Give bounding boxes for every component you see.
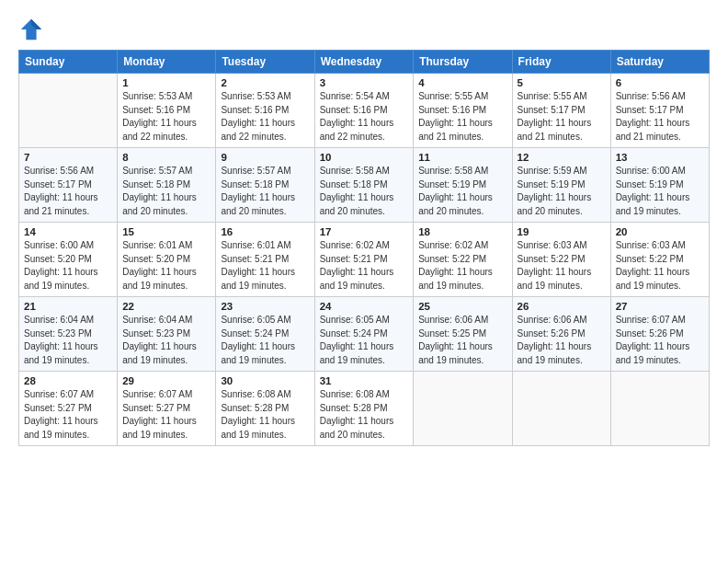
day-number: 25	[418, 301, 506, 312]
calendar-cell	[414, 372, 512, 446]
day-info: Sunrise: 6:08 AM Sunset: 5:28 PM Dayligh…	[320, 388, 409, 442]
calendar-cell: 30Sunrise: 6:08 AM Sunset: 5:28 PM Dayli…	[216, 372, 314, 446]
calendar-cell: 22Sunrise: 6:04 AM Sunset: 5:23 PM Dayli…	[118, 297, 216, 372]
calendar-cell: 29Sunrise: 6:07 AM Sunset: 5:27 PM Dayli…	[118, 372, 216, 446]
calendar-cell: 2Sunrise: 5:53 AM Sunset: 5:16 PM Daylig…	[216, 74, 314, 148]
calendar-cell: 27Sunrise: 6:07 AM Sunset: 5:26 PM Dayli…	[610, 297, 709, 372]
day-info: Sunrise: 5:55 AM Sunset: 5:16 PM Dayligh…	[418, 90, 506, 144]
logo	[18, 17, 48, 42]
calendar-cell: 6Sunrise: 5:56 AM Sunset: 5:17 PM Daylig…	[610, 74, 709, 148]
calendar-cell: 26Sunrise: 6:06 AM Sunset: 5:26 PM Dayli…	[512, 297, 610, 372]
calendar-cell: 14Sunrise: 6:00 AM Sunset: 5:20 PM Dayli…	[19, 223, 118, 297]
calendar-week-row: 7Sunrise: 5:56 AM Sunset: 5:17 PM Daylig…	[19, 148, 710, 223]
day-info: Sunrise: 5:55 AM Sunset: 5:17 PM Dayligh…	[518, 90, 606, 144]
day-info: Sunrise: 6:03 AM Sunset: 5:22 PM Dayligh…	[518, 239, 606, 293]
day-number: 11	[418, 152, 506, 163]
calendar-cell: 16Sunrise: 6:01 AM Sunset: 5:21 PM Dayli…	[216, 223, 314, 297]
day-number: 12	[518, 152, 606, 163]
day-info: Sunrise: 6:03 AM Sunset: 5:22 PM Dayligh…	[616, 239, 704, 293]
calendar-cell: 4Sunrise: 5:55 AM Sunset: 5:16 PM Daylig…	[414, 74, 512, 148]
day-number: 2	[221, 77, 309, 88]
calendar-cell: 8Sunrise: 5:57 AM Sunset: 5:18 PM Daylig…	[118, 148, 216, 223]
day-info: Sunrise: 6:02 AM Sunset: 5:21 PM Dayligh…	[320, 239, 409, 293]
calendar-cell: 18Sunrise: 6:02 AM Sunset: 5:22 PM Dayli…	[414, 223, 512, 297]
calendar-header-row: SundayMondayTuesdayWednesdayThursdayFrid…	[19, 51, 710, 74]
calendar-cell: 31Sunrise: 6:08 AM Sunset: 5:28 PM Dayli…	[314, 372, 414, 446]
day-number: 3	[320, 77, 409, 88]
day-info: Sunrise: 6:07 AM Sunset: 5:27 PM Dayligh…	[24, 388, 112, 442]
day-number: 6	[616, 77, 704, 88]
calendar-header-friday: Friday	[512, 51, 610, 74]
calendar-header-wednesday: Wednesday	[314, 51, 414, 74]
day-number: 14	[24, 226, 112, 237]
calendar-cell: 9Sunrise: 5:57 AM Sunset: 5:18 PM Daylig…	[216, 148, 314, 223]
day-info: Sunrise: 5:57 AM Sunset: 5:18 PM Dayligh…	[122, 165, 210, 218]
day-number: 10	[320, 152, 409, 163]
day-info: Sunrise: 6:05 AM Sunset: 5:24 PM Dayligh…	[221, 314, 309, 367]
day-number: 13	[616, 152, 704, 163]
calendar-cell: 13Sunrise: 6:00 AM Sunset: 5:19 PM Dayli…	[610, 148, 709, 223]
calendar-cell: 3Sunrise: 5:54 AM Sunset: 5:16 PM Daylig…	[314, 74, 414, 148]
day-info: Sunrise: 6:01 AM Sunset: 5:20 PM Dayligh…	[122, 239, 210, 293]
day-number: 19	[518, 226, 606, 237]
day-info: Sunrise: 5:57 AM Sunset: 5:18 PM Dayligh…	[221, 165, 309, 218]
calendar-cell: 17Sunrise: 6:02 AM Sunset: 5:21 PM Dayli…	[314, 223, 414, 297]
day-info: Sunrise: 5:54 AM Sunset: 5:16 PM Dayligh…	[320, 90, 409, 144]
day-info: Sunrise: 5:53 AM Sunset: 5:16 PM Dayligh…	[122, 90, 210, 144]
day-info: Sunrise: 6:04 AM Sunset: 5:23 PM Dayligh…	[24, 314, 112, 367]
calendar-cell: 1Sunrise: 5:53 AM Sunset: 5:16 PM Daylig…	[118, 74, 216, 148]
day-info: Sunrise: 6:01 AM Sunset: 5:21 PM Dayligh…	[221, 239, 309, 293]
calendar-cell: 12Sunrise: 5:59 AM Sunset: 5:19 PM Dayli…	[512, 148, 610, 223]
day-info: Sunrise: 6:07 AM Sunset: 5:27 PM Dayligh…	[122, 388, 210, 442]
day-number: 9	[221, 152, 309, 163]
day-number: 29	[122, 375, 210, 386]
day-number: 5	[518, 77, 606, 88]
day-info: Sunrise: 6:04 AM Sunset: 5:23 PM Dayligh…	[122, 314, 210, 367]
calendar-header-saturday: Saturday	[610, 51, 709, 74]
day-info: Sunrise: 5:56 AM Sunset: 5:17 PM Dayligh…	[24, 165, 112, 218]
day-number: 1	[122, 77, 210, 88]
day-info: Sunrise: 6:05 AM Sunset: 5:24 PM Dayligh…	[320, 314, 409, 367]
day-number: 30	[221, 375, 309, 386]
day-info: Sunrise: 5:56 AM Sunset: 5:17 PM Dayligh…	[616, 90, 704, 144]
page: SundayMondayTuesdayWednesdayThursdayFrid…	[0, 0, 728, 563]
calendar-cell: 25Sunrise: 6:06 AM Sunset: 5:25 PM Dayli…	[414, 297, 512, 372]
calendar-cell: 19Sunrise: 6:03 AM Sunset: 5:22 PM Dayli…	[512, 223, 610, 297]
logo-icon	[18, 17, 44, 42]
day-number: 17	[320, 226, 409, 237]
day-number: 21	[24, 301, 112, 312]
header	[18, 17, 710, 42]
calendar-header-thursday: Thursday	[414, 51, 512, 74]
calendar-cell: 7Sunrise: 5:56 AM Sunset: 5:17 PM Daylig…	[19, 148, 118, 223]
day-number: 22	[122, 301, 210, 312]
day-number: 15	[122, 226, 210, 237]
calendar-cell: 10Sunrise: 5:58 AM Sunset: 5:18 PM Dayli…	[314, 148, 414, 223]
day-number: 8	[122, 152, 210, 163]
day-number: 20	[616, 226, 704, 237]
day-info: Sunrise: 5:59 AM Sunset: 5:19 PM Dayligh…	[518, 165, 606, 218]
day-number: 4	[418, 77, 506, 88]
calendar-cell: 23Sunrise: 6:05 AM Sunset: 5:24 PM Dayli…	[216, 297, 314, 372]
calendar-cell: 24Sunrise: 6:05 AM Sunset: 5:24 PM Dayli…	[314, 297, 414, 372]
calendar-week-row: 14Sunrise: 6:00 AM Sunset: 5:20 PM Dayli…	[19, 223, 710, 297]
day-info: Sunrise: 5:53 AM Sunset: 5:16 PM Dayligh…	[221, 90, 309, 144]
day-number: 16	[221, 226, 309, 237]
day-info: Sunrise: 6:00 AM Sunset: 5:19 PM Dayligh…	[616, 165, 704, 218]
calendar-cell	[610, 372, 709, 446]
day-number: 18	[418, 226, 506, 237]
day-number: 28	[24, 375, 112, 386]
day-number: 27	[616, 301, 704, 312]
day-info: Sunrise: 6:07 AM Sunset: 5:26 PM Dayligh…	[616, 314, 704, 367]
day-number: 26	[518, 301, 606, 312]
calendar-table: SundayMondayTuesdayWednesdayThursdayFrid…	[18, 50, 710, 446]
day-info: Sunrise: 6:06 AM Sunset: 5:26 PM Dayligh…	[518, 314, 606, 367]
calendar-header-monday: Monday	[118, 51, 216, 74]
calendar-week-row: 28Sunrise: 6:07 AM Sunset: 5:27 PM Dayli…	[19, 372, 710, 446]
day-number: 7	[24, 152, 112, 163]
calendar-header-sunday: Sunday	[19, 51, 118, 74]
calendar-cell: 15Sunrise: 6:01 AM Sunset: 5:20 PM Dayli…	[118, 223, 216, 297]
day-info: Sunrise: 6:06 AM Sunset: 5:25 PM Dayligh…	[418, 314, 506, 367]
calendar-week-row: 1Sunrise: 5:53 AM Sunset: 5:16 PM Daylig…	[19, 74, 710, 148]
calendar-cell: 5Sunrise: 5:55 AM Sunset: 5:17 PM Daylig…	[512, 74, 610, 148]
day-info: Sunrise: 6:02 AM Sunset: 5:22 PM Dayligh…	[418, 239, 506, 293]
